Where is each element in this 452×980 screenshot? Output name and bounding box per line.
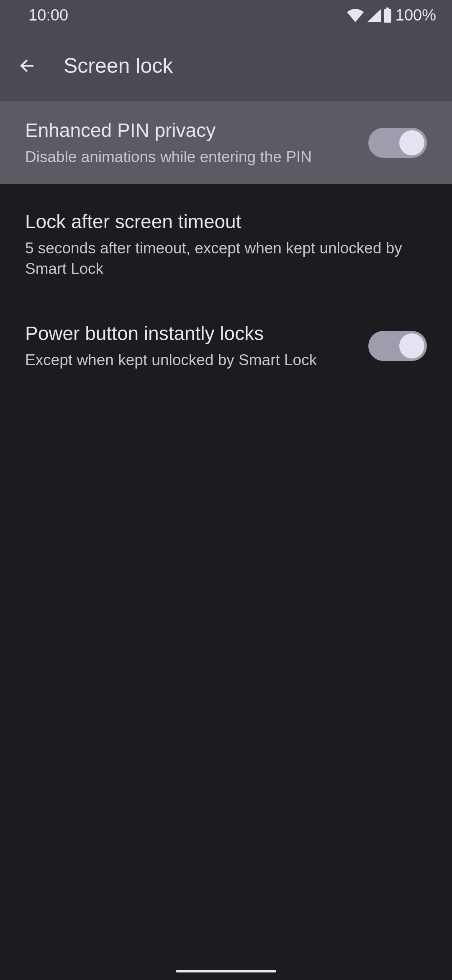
toggle-enhanced-pin-privacy[interactable] xyxy=(368,128,427,158)
setting-lock-after-timeout[interactable]: Lock after screen timeout 5 seconds afte… xyxy=(0,184,452,305)
cellular-icon xyxy=(366,8,381,22)
setting-title: Lock after screen timeout xyxy=(25,209,410,235)
back-button[interactable] xyxy=(13,51,43,81)
setting-subtitle: 5 seconds after timeout, except when kep… xyxy=(25,238,410,280)
app-bar: Screen lock xyxy=(0,30,452,101)
setting-title: Enhanced PIN privacy xyxy=(25,118,352,143)
page-title: Screen lock xyxy=(64,54,173,78)
home-indicator[interactable] xyxy=(176,970,276,972)
status-bar: 10:00 100% xyxy=(0,0,452,30)
battery-icon xyxy=(383,8,392,23)
setting-subtitle: Disable animations while entering the PI… xyxy=(25,147,352,168)
status-time: 10:00 xyxy=(28,6,68,24)
status-icons xyxy=(346,8,392,23)
back-arrow-icon xyxy=(18,56,38,76)
battery-percentage: 100% xyxy=(396,6,436,24)
status-right: 100% xyxy=(346,6,436,24)
toggle-power-button-lock[interactable] xyxy=(368,331,427,361)
setting-enhanced-pin-privacy[interactable]: Enhanced PIN privacy Disable animations … xyxy=(0,101,452,184)
setting-power-button-lock[interactable]: Power button instantly locks Except when… xyxy=(0,304,452,387)
svg-rect-0 xyxy=(386,8,389,9)
setting-text: Power button instantly locks Except when… xyxy=(25,321,368,371)
setting-text: Lock after screen timeout 5 seconds afte… xyxy=(25,209,427,280)
setting-text: Enhanced PIN privacy Disable animations … xyxy=(25,118,368,168)
svg-rect-1 xyxy=(384,9,391,23)
setting-title: Power button instantly locks xyxy=(25,321,352,346)
wifi-icon xyxy=(346,8,365,22)
setting-subtitle: Except when kept unlocked by Smart Lock xyxy=(25,350,352,371)
